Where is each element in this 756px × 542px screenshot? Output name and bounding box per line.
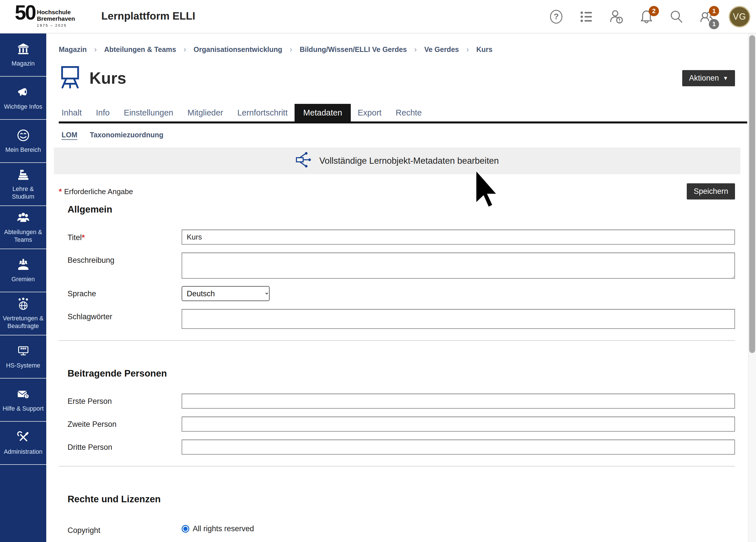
sidebar-item-magazin[interactable]: Magazin: [0, 33, 46, 77]
main-content: Magazin › Abteilungen & Teams › Organisa…: [46, 33, 748, 542]
tab-lernfortschritt[interactable]: Lernfortschritt: [230, 104, 295, 121]
form-row-dritte-person: Dritte Person: [68, 440, 735, 455]
user-status-icon[interactable]: [608, 9, 624, 25]
bell-icon[interactable]: 2: [639, 9, 654, 25]
avatar[interactable]: VG: [729, 6, 750, 28]
app-title: Lernplattform ELLI: [101, 10, 195, 22]
logo-50: 50: [15, 3, 35, 22]
sidebar-item-administration[interactable]: Administration: [0, 422, 46, 465]
tab-mitglieder[interactable]: Mitglieder: [180, 104, 230, 121]
sidebar-item-lehre-studium[interactable]: Lehre & Studium: [0, 163, 46, 206]
beschreibung-label: Beschreibung: [68, 253, 182, 265]
copyright-label: Copyright: [68, 523, 182, 535]
sidebar-item-label: Lehre & Studium: [1, 185, 45, 201]
sidebar-item-vertretungen[interactable]: Vertretungen & Beauftragte: [0, 292, 46, 335]
titel-input[interactable]: [182, 230, 735, 245]
sidebar-item-label: Administration: [4, 448, 42, 456]
section-heading-allgemein: Allgemein: [68, 204, 748, 215]
sidebar-item-label: Gremien: [11, 276, 35, 283]
tab-rechte[interactable]: Rechte: [389, 104, 429, 121]
tab-inhalt[interactable]: Inhalt: [59, 104, 89, 121]
schlagwoerter-input[interactable]: [182, 309, 735, 329]
edit-full-metadata-banner[interactable]: Vollständige Lernobjekt-Metadaten bearbe…: [54, 148, 740, 174]
breadcrumb-item[interactable]: Magazin: [59, 45, 87, 54]
contacts-icon[interactable]: 1 1: [699, 9, 715, 25]
breadcrumb: Magazin › Abteilungen & Teams › Organisa…: [46, 33, 748, 54]
tab-bar: Inhalt Info Einstellungen Mitglieder Ler…: [59, 104, 747, 123]
help-icon[interactable]: ?: [548, 9, 564, 25]
titel-label: Titel*: [68, 230, 182, 242]
tab-einstellungen[interactable]: Einstellungen: [117, 104, 180, 121]
dritte-person-label: Dritte Person: [68, 440, 182, 452]
copyright-option-row: All rights reserved: [182, 523, 735, 533]
sidebar-item-hilfe-support[interactable]: ? Hilfe & Support: [0, 379, 46, 422]
form-row-erste-person: Erste Person: [68, 394, 735, 409]
page-title: Kurs: [89, 69, 126, 87]
section-divider: [59, 466, 735, 467]
tab-metadaten[interactable]: Metadaten: [295, 104, 350, 121]
subtab-taxonomiezuordnung[interactable]: Taxonomiezuordnung: [90, 131, 163, 139]
sidebar-item-label: Magazin: [12, 60, 35, 68]
chevron-right-icon: ›: [466, 45, 469, 54]
copyright-option-label: All rights reserved: [193, 524, 254, 533]
header-toolbar: ?: [548, 0, 750, 33]
contacts-badge-top: 1: [709, 6, 719, 16]
sidebar-item-mein-bereich[interactable]: Mein Bereich: [0, 120, 46, 163]
sidebar-item-gremien[interactable]: Gremien: [0, 249, 46, 292]
zweite-person-label: Zweite Person: [68, 417, 182, 429]
beschreibung-textarea[interactable]: [182, 253, 735, 279]
logo-years: 1975 – 2025: [37, 23, 75, 28]
tab-info[interactable]: Info: [89, 104, 117, 121]
committee-hand-icon: [16, 258, 30, 273]
radio-selected[interactable]: [182, 525, 189, 533]
required-marker: *: [59, 187, 62, 196]
sidebar-item-wichtige-infos[interactable]: Wichtige Infos: [0, 77, 46, 120]
smiley-icon: [16, 129, 30, 143]
megaphone-icon: [16, 85, 30, 100]
sidebar-item-label: Mein Bereich: [5, 146, 41, 154]
people-group-icon: [16, 211, 30, 226]
breadcrumb-item[interactable]: Organisationsentwicklung: [194, 45, 282, 54]
breadcrumb-item[interactable]: Abteilungen & Teams: [104, 45, 176, 54]
search-icon[interactable]: [669, 9, 684, 25]
notifications-badge: 2: [649, 6, 659, 16]
zweite-person-input[interactable]: [182, 417, 735, 432]
app-window: 50 Hochschule Bremerhaven 1975 – 2025 Le…: [0, 0, 756, 542]
erste-person-input[interactable]: [182, 394, 735, 409]
svg-text:?: ?: [554, 12, 559, 21]
dritte-person-input[interactable]: [182, 440, 735, 455]
section-heading-rechte: Rechte und Lizenzen: [68, 494, 748, 505]
chevron-right-icon: ›: [94, 45, 97, 54]
breadcrumb-item[interactable]: Kurs: [476, 45, 493, 54]
required-marker: *: [82, 233, 85, 242]
form-row-schlagwoerter: Schlagwörter: [68, 309, 735, 329]
sidebar-item-label: Hilfe & Support: [3, 405, 44, 413]
form-header: *Erforderliche Angabe Speichern: [59, 183, 735, 199]
scrollbar-thumb[interactable]: [749, 35, 755, 353]
actions-button[interactable]: Aktionen ▼: [682, 70, 735, 86]
sidebar-item-label: Wichtige Infos: [4, 103, 42, 111]
monitor-password-icon: ***: [16, 344, 30, 359]
breadcrumb-item[interactable]: Bildung/Wissen/ELLI Ve Gerdes: [300, 45, 407, 54]
sidebar-item-abteilungen-teams[interactable]: Abteilungen & Teams: [0, 206, 46, 249]
form-row-copyright: Copyright All rights reserved: [68, 523, 735, 535]
banner-label: Vollständige Lernobjekt-Metadaten bearbe…: [319, 156, 499, 166]
sidebar-item-hs-systeme[interactable]: *** HS-Systeme: [0, 335, 46, 379]
sidebar-item-label: HS-Systeme: [6, 362, 40, 369]
breadcrumb-item[interactable]: Ve Gerdes: [424, 45, 459, 54]
section-heading-beitragende: Beitragende Personen: [68, 368, 748, 379]
tab-export[interactable]: Export: [351, 104, 389, 121]
chevron-right-icon: ›: [290, 45, 292, 54]
course-board-icon: [59, 65, 81, 91]
save-button[interactable]: Speichern: [687, 183, 735, 199]
sprache-select[interactable]: Deutsch: [182, 286, 270, 301]
form-row-beschreibung: Beschreibung: [68, 253, 735, 280]
list-icon[interactable]: [578, 9, 594, 25]
logo-line2: Bremerhaven: [37, 16, 75, 22]
vertical-scrollbar[interactable]: [748, 33, 756, 542]
required-note: *Erforderliche Angabe: [59, 187, 133, 196]
books-icon: [16, 168, 30, 182]
subtab-lom[interactable]: LOM: [62, 131, 77, 139]
sidebar-item-label: Abteilungen & Teams: [1, 228, 45, 244]
schlagwoerter-label: Schlagwörter: [68, 309, 182, 321]
